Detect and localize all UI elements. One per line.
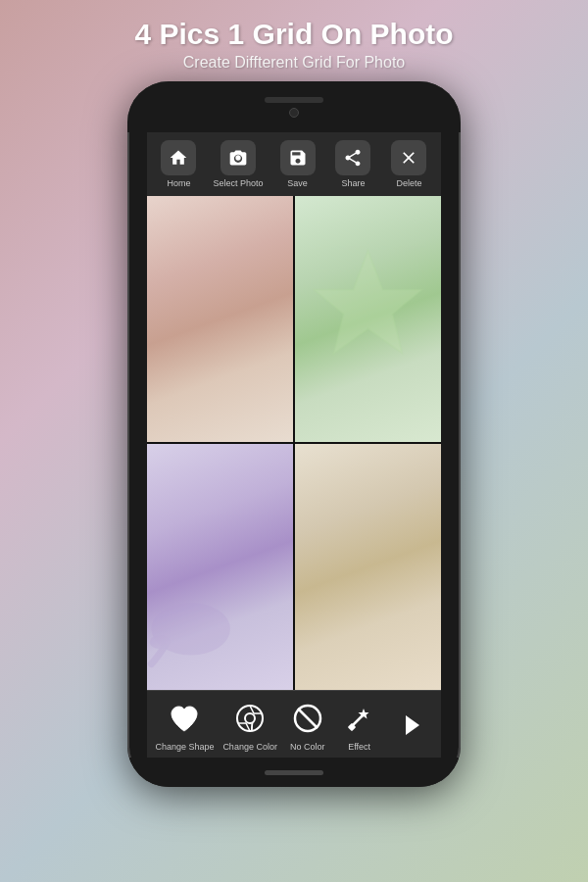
delete-button[interactable]: Delete: [387, 140, 430, 188]
app-title-sub: Create Diffterent Grid For Photo: [10, 54, 578, 72]
home-icon: [161, 140, 196, 175]
home-button[interactable]: Home: [157, 140, 200, 188]
svg-point-29: [237, 706, 263, 731]
select-photo-button[interactable]: Select Photo: [213, 140, 263, 188]
select-photo-label: Select Photo: [213, 178, 263, 188]
share-button[interactable]: Share: [331, 140, 374, 188]
save-button[interactable]: Save: [276, 140, 319, 188]
camera-icon: [220, 140, 256, 175]
toolbar: Home Select Photo Save: [147, 132, 441, 196]
photo-cell-1[interactable]: [147, 196, 293, 442]
no-color-icon: [288, 699, 327, 738]
delete-label: Delete: [396, 178, 421, 188]
home-label: Home: [167, 178, 190, 188]
elephant-overlay: [147, 567, 234, 691]
change-shape-button[interactable]: Change Shape: [155, 699, 214, 752]
phone-speaker: [265, 97, 323, 103]
app-title-main: 4 Pics 1 Grid On Photo: [10, 18, 578, 50]
svg-marker-6: [315, 251, 421, 353]
effect-icon: [340, 699, 379, 738]
app-title-area: 4 Pics 1 Grid On Photo Create Diffterent…: [0, 0, 588, 81]
change-shape-label: Change Shape: [155, 742, 214, 752]
delete-icon: [391, 140, 426, 175]
bottom-bar: Change Shape Change Color: [147, 690, 441, 758]
photo-cell-3[interactable]: [147, 444, 293, 690]
save-label: Save: [287, 178, 308, 188]
save-icon: [280, 140, 316, 175]
phone-top-bar: [127, 81, 461, 132]
home-indicator: [265, 770, 323, 775]
phone-screen: Home Select Photo Save: [147, 132, 441, 758]
effect-label: Effect: [348, 742, 370, 752]
photo-grid: [147, 196, 441, 690]
change-color-button[interactable]: Change Color: [222, 699, 277, 752]
svg-marker-41: [406, 715, 419, 735]
svg-line-38: [298, 709, 318, 728]
phone-frame: Home Select Photo Save: [127, 81, 461, 787]
svg-point-30: [245, 713, 255, 723]
aperture-icon: [230, 699, 270, 738]
heart-icon: [165, 699, 204, 738]
share-icon: [335, 140, 370, 175]
change-color-label: Change Color: [222, 742, 277, 752]
share-label: Share: [341, 178, 365, 188]
next-arrow-icon: [392, 706, 431, 745]
phone-bottom-rounded: [127, 758, 461, 787]
next-button[interactable]: [390, 706, 433, 745]
no-color-button[interactable]: No Color: [286, 699, 329, 752]
no-color-label: No Color: [290, 742, 325, 752]
photo-bg-1: [147, 196, 293, 442]
effect-button[interactable]: Effect: [338, 699, 381, 752]
photo-bg-4: [295, 444, 441, 690]
photo-cell-4[interactable]: [295, 444, 441, 690]
phone-camera: [289, 108, 299, 118]
photo-cell-2[interactable]: [295, 196, 441, 442]
star-overlay: [295, 196, 441, 442]
